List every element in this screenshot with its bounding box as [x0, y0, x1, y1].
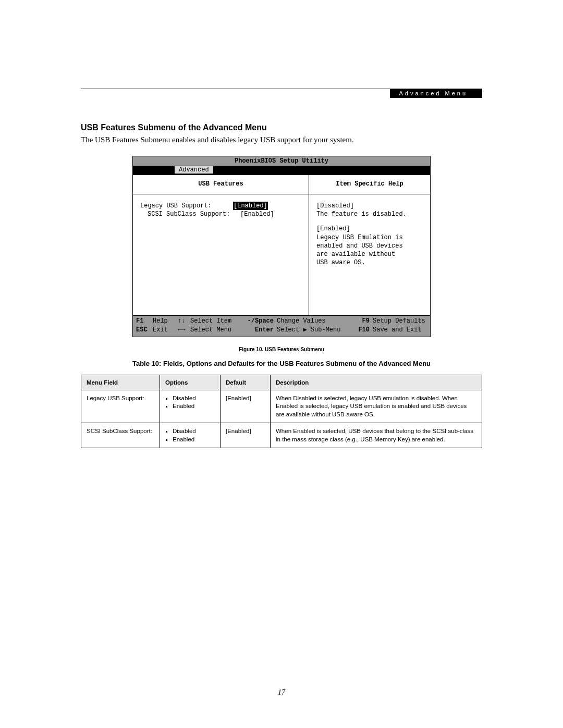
table-header-row: Menu Field Options Default Description: [81, 375, 482, 390]
table-title: Table 10: Fields, Options and Defaults f…: [81, 360, 482, 367]
page-number: 17: [0, 688, 563, 697]
bios-footer-label-select-menu: Select Menu: [190, 326, 242, 335]
bios-footer-key-f9: F9: [350, 317, 373, 326]
td-field: Legacy USB Support:: [81, 390, 160, 423]
section-intro: The USB Features Submenu enables and dis…: [81, 135, 482, 144]
bios-setting-legacy-usb[interactable]: Legacy USB Support: [Enabled]: [140, 202, 302, 210]
td-options: Disabled Enabled: [160, 390, 221, 423]
bios-utility-box: PhoenixBIOS Setup Utility Advanced USB F…: [132, 156, 431, 337]
bios-footer-label-exit: Exit: [153, 326, 178, 335]
bios-footer: F1 Help ↑↓ Select Item -/Space Change Va…: [133, 316, 430, 337]
bios-footer-key-f10: F10: [350, 326, 373, 335]
bios-help-title: Item Specific Help: [309, 175, 430, 194]
td-field: SCSI SubClass Support:: [81, 423, 160, 448]
option-item: Enabled: [173, 402, 215, 411]
td-options: Disabled Enabled: [160, 423, 221, 448]
table-row: SCSI SubClass Support: Disabled Enabled …: [81, 423, 482, 448]
th-options: Options: [160, 375, 221, 390]
bios-setting-label: Legacy USB Support:: [140, 202, 233, 210]
bios-help-disabled-title: [Disabled]: [316, 202, 424, 210]
td-default: [Enabled]: [221, 423, 271, 448]
td-description: When Enabled is selected, USB devices th…: [271, 423, 482, 448]
bios-help-enabled-title: [Enabled]: [316, 225, 424, 233]
bios-footer-label-setup-defaults: Setup Defaults: [373, 317, 427, 326]
fields-table: Menu Field Options Default Description L…: [81, 375, 482, 449]
bios-tab-bar: Advanced: [133, 166, 430, 175]
td-default: [Enabled]: [221, 390, 271, 423]
bios-footer-key-enter: Enter: [242, 326, 277, 335]
header-section-label: Advanced Menu: [390, 89, 483, 98]
th-default: Default: [221, 375, 271, 390]
figure-caption: Figure 10. USB Features Submenu: [81, 347, 482, 352]
td-description: When Disabled is selected, legacy USB em…: [271, 390, 482, 423]
bios-help-enabled-text: Legacy USB Emulation is enabled and USB …: [316, 233, 410, 267]
arrows-updown-icon: ↑↓: [178, 317, 190, 326]
th-menu-field: Menu Field: [81, 375, 160, 390]
bios-left-panel-title: USB Features: [133, 175, 309, 194]
bios-footer-label-change-values: Change Values: [277, 317, 350, 326]
bios-tab-advanced[interactable]: Advanced: [175, 166, 213, 174]
bios-footer-key-f1: F1: [136, 317, 153, 326]
arrows-leftright-icon: ←→: [178, 326, 190, 335]
option-item: Disabled: [173, 427, 215, 436]
table-row: Legacy USB Support: Disabled Enabled [En…: [81, 390, 482, 423]
bios-setting-value-selected[interactable]: [Enabled]: [233, 202, 268, 210]
bios-footer-label-select-item: Select Item: [190, 317, 242, 326]
bios-footer-key-space: -/Space: [242, 317, 277, 326]
bios-utility-title: PhoenixBIOS Setup Utility: [133, 156, 430, 166]
bios-footer-key-esc: ESC: [136, 326, 153, 335]
option-item: Enabled: [173, 436, 215, 444]
bios-footer-label-select-submenu: Select ▶ Sub-Menu: [277, 326, 350, 335]
bios-footer-label-help: Help: [153, 317, 178, 326]
section-title: USB Features Submenu of the Advanced Men…: [81, 123, 482, 132]
bios-setting-value[interactable]: [Enabled]: [240, 210, 274, 218]
bios-setting-scsi-subclass[interactable]: SCSI SubClass Support: [Enabled]: [140, 210, 302, 218]
option-item: Disabled: [173, 394, 215, 403]
page: Advanced Menu USB Features Submenu of th…: [0, 0, 563, 728]
bios-setting-label: SCSI SubClass Support:: [140, 210, 240, 218]
th-description: Description: [271, 375, 482, 390]
bios-help-panel: Item Specific Help [Disabled] The featur…: [309, 175, 430, 315]
bios-footer-label-save-exit: Save and Exit: [373, 326, 427, 335]
bios-help-disabled-text: The feature is disabled.: [316, 210, 424, 218]
bios-left-panel: USB Features Legacy USB Support: [Enable…: [133, 175, 309, 315]
